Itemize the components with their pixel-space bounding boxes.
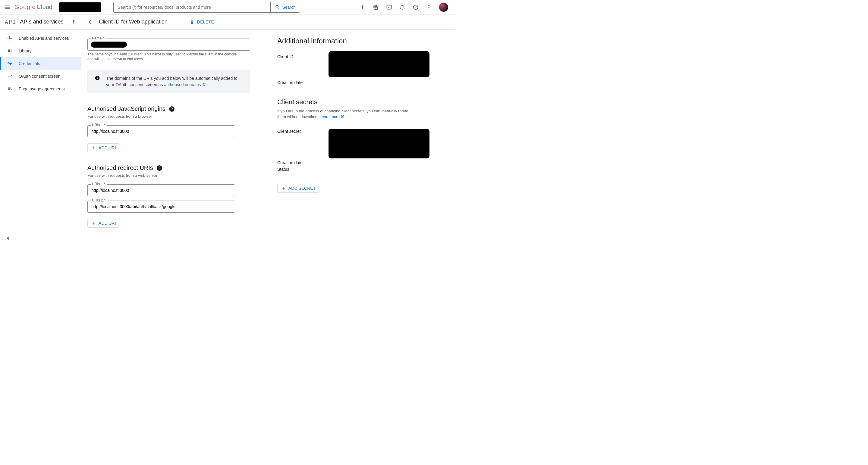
uri-input[interactable] bbox=[88, 201, 235, 212]
learn-more-link[interactable]: Learn more bbox=[319, 114, 339, 119]
sidebar-item-page-usage[interactable]: Page usage agreements bbox=[0, 82, 81, 95]
external-link-icon bbox=[341, 114, 344, 119]
cloud-shell-icon[interactable] bbox=[386, 4, 393, 10]
name-field-help: The name of your OAuth 2.0 client. This … bbox=[87, 52, 241, 61]
oauth-consent-link[interactable]: OAuth consent screen bbox=[116, 82, 157, 87]
search-button[interactable]: Search bbox=[270, 2, 300, 12]
client-secret-label: Client secret bbox=[277, 129, 329, 134]
more-icon[interactable] bbox=[426, 4, 432, 10]
redirect-uris-sub: For use with requests from a web server bbox=[87, 173, 253, 178]
authorised-domains-link[interactable]: authorised domains bbox=[164, 82, 201, 87]
project-selector-redacted[interactable] bbox=[59, 2, 101, 12]
add-redirect-uri-button[interactable]: ADD URI bbox=[87, 219, 120, 228]
uri-input[interactable] bbox=[88, 185, 235, 196]
collapse-sidebar-icon[interactable] bbox=[5, 235, 10, 241]
gift-icon[interactable] bbox=[373, 4, 379, 10]
js-origins-sub: For use with requests from a browser bbox=[87, 114, 253, 119]
add-secret-button[interactable]: ADD SECRET bbox=[277, 184, 319, 193]
additional-info-heading: Additional information bbox=[277, 37, 445, 45]
name-field[interactable]: Name * bbox=[87, 38, 250, 51]
notifications-icon[interactable] bbox=[399, 4, 406, 10]
search-box[interactable]: Search bbox=[113, 2, 300, 13]
sidebar-item-label: OAuth consent screen bbox=[19, 74, 61, 78]
client-id-row: Client ID bbox=[277, 54, 445, 77]
svg-rect-2 bbox=[387, 5, 392, 9]
page-title: Client ID for Web application bbox=[99, 19, 167, 25]
sidebar-item-label: Credentials bbox=[19, 61, 40, 66]
uri-field-label: URIs 1 * bbox=[91, 123, 107, 127]
js-origins-heading: Authorised JavaScript origins ? bbox=[87, 105, 253, 112]
logo-letter: l bbox=[30, 4, 32, 10]
svg-rect-9 bbox=[97, 77, 98, 77]
creation-date2-label: Creation date bbox=[277, 160, 329, 165]
info-banner: The domains of the URIs you add below wi… bbox=[87, 70, 250, 93]
redirect-uris-heading: Authorised redirect URIs ? bbox=[87, 164, 253, 171]
svg-rect-8 bbox=[97, 78, 98, 79]
add-js-uri-button[interactable]: ADD URI bbox=[87, 143, 120, 153]
back-icon[interactable] bbox=[87, 19, 94, 25]
main-header: Client ID for Web application DELETE bbox=[82, 14, 455, 30]
creation-date-row: Creation date bbox=[277, 80, 445, 85]
client-id-value-redacted bbox=[329, 51, 430, 77]
svg-point-4 bbox=[428, 5, 429, 6]
form-column: Name * The name of your OAuth 2.0 client… bbox=[82, 38, 253, 228]
name-field-value-redacted bbox=[91, 41, 127, 47]
sidebar: API APIs and services Enabled APIs and s… bbox=[0, 14, 82, 244]
external-link-icon bbox=[202, 82, 206, 87]
enabled-apis-icon bbox=[7, 35, 13, 41]
nav: Enabled APIs and services Library Creden… bbox=[0, 30, 81, 95]
logo-letter: o bbox=[23, 4, 27, 10]
status-row: Status bbox=[277, 167, 445, 172]
pin-icon[interactable] bbox=[71, 20, 76, 24]
redirect-uri-1[interactable]: URIs 1 * bbox=[87, 184, 235, 196]
logo-letter: e bbox=[32, 4, 35, 10]
sidebar-item-enabled-apis[interactable]: Enabled APIs and services bbox=[0, 32, 81, 44]
search-button-label: Search bbox=[282, 5, 296, 10]
sidebar-title: APIs and services bbox=[20, 19, 64, 25]
search-input[interactable] bbox=[114, 2, 271, 12]
help-tooltip-icon[interactable]: ? bbox=[157, 165, 162, 171]
help-tooltip-icon[interactable]: ? bbox=[169, 106, 175, 112]
google-cloud-logo[interactable]: G o o g l e Cloud bbox=[14, 4, 53, 10]
client-secrets-heading: Client secrets bbox=[277, 98, 445, 106]
sidebar-item-label: Enabled APIs and services bbox=[19, 36, 69, 41]
gemini-icon[interactable] bbox=[359, 4, 366, 10]
info-column: Additional information Client ID Creatio… bbox=[253, 38, 455, 228]
add-uri-label: ADD URI bbox=[98, 145, 116, 150]
uri-input[interactable] bbox=[88, 126, 235, 137]
agreement-icon bbox=[7, 86, 13, 92]
topbar-actions bbox=[359, 2, 451, 12]
client-secrets-help: If you are in the process of changing cl… bbox=[277, 108, 416, 120]
delete-button[interactable]: DELETE bbox=[189, 19, 214, 25]
sidebar-header: API APIs and services bbox=[0, 14, 81, 30]
svg-point-5 bbox=[428, 7, 429, 7]
topbar: G o o g l e Cloud Search bbox=[0, 0, 455, 14]
sidebar-item-oauth-consent[interactable]: OAuth consent screen bbox=[0, 70, 81, 82]
menu-icon[interactable] bbox=[4, 4, 11, 11]
uri-field-label: URIs 1 * bbox=[91, 182, 107, 186]
main: Client ID for Web application DELETE Nam… bbox=[82, 14, 455, 244]
key-icon bbox=[7, 61, 13, 67]
js-origins-list: URIs 1 * bbox=[87, 125, 253, 137]
avatar[interactable] bbox=[439, 2, 448, 12]
sidebar-item-label: Page usage agreements bbox=[19, 87, 65, 91]
sidebar-item-label: Library bbox=[19, 48, 32, 53]
logo-letter: G bbox=[14, 4, 19, 10]
logo-letter: g bbox=[27, 4, 30, 10]
uri-field-label: URIs 2 * bbox=[91, 198, 107, 202]
client-id-label: Client ID bbox=[277, 54, 329, 59]
redirect-uris-list: URIs 1 * URIs 2 * bbox=[87, 184, 253, 212]
info-icon bbox=[95, 75, 100, 88]
sidebar-item-library[interactable]: Library bbox=[0, 44, 81, 57]
help-icon[interactable] bbox=[412, 4, 419, 10]
js-origin-uri-1[interactable]: URIs 1 * bbox=[87, 125, 235, 137]
sidebar-item-credentials[interactable]: Credentials bbox=[0, 57, 81, 70]
api-icon: API bbox=[5, 19, 17, 25]
client-secret-value-redacted bbox=[329, 129, 430, 158]
logo-letter: o bbox=[20, 4, 23, 10]
redirect-uri-2[interactable]: URIs 2 * bbox=[87, 201, 235, 212]
info-banner-text: The domains of the URIs you add below wi… bbox=[106, 75, 243, 88]
creation-date-label: Creation date bbox=[277, 80, 329, 85]
add-secret-label: ADD SECRET bbox=[288, 186, 315, 191]
status-label: Status bbox=[277, 167, 329, 172]
